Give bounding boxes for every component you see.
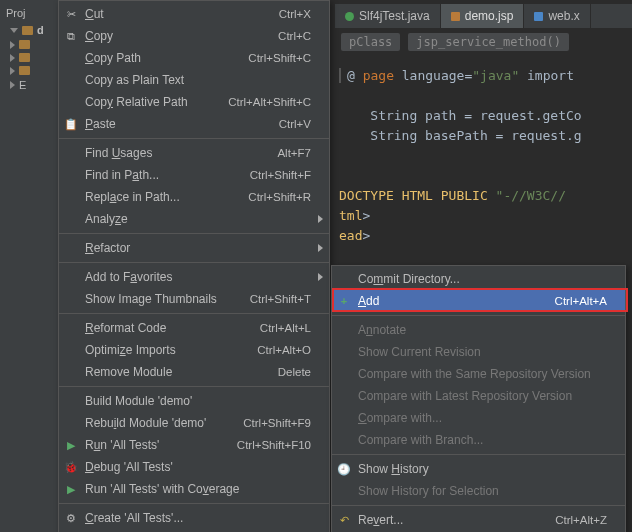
separator <box>332 505 625 506</box>
menu-build-module[interactable]: Build Module 'demo' <box>59 390 329 412</box>
shortcut: Ctrl+V <box>251 118 311 130</box>
menu-find-usages[interactable]: Find UsagesAlt+F7 <box>59 142 329 164</box>
copy-icon: ⧉ <box>64 29 78 43</box>
tree-node[interactable] <box>2 64 57 77</box>
config-icon: ⚙ <box>64 511 78 525</box>
editor-tab[interactable]: web.x <box>524 4 590 28</box>
menu-label: Remove Module <box>85 365 172 379</box>
menu-label: Compare with Branch... <box>358 433 483 447</box>
code-editor[interactable]: @ page language="java" import String pat… <box>335 60 632 252</box>
tree-ext-libs[interactable]: E <box>2 77 57 93</box>
menu-revert[interactable]: ↶Revert...Ctrl+Alt+Z <box>332 509 625 531</box>
menu-label: Compare with the Same Repository Version <box>358 367 591 381</box>
separator <box>59 386 329 387</box>
menu-label: Build Module 'demo' <box>85 394 192 408</box>
project-panel-title: Proj <box>2 4 57 22</box>
menu-show-thumbnails[interactable]: Show Image ThumbnailsCtrl+Shift+T <box>59 288 329 310</box>
submenu-arrow-icon <box>318 273 323 281</box>
folder-icon <box>19 40 30 49</box>
menu-optimize-imports[interactable]: Optimize ImportsCtrl+Alt+O <box>59 339 329 361</box>
project-panel: Proj d E <box>0 0 60 532</box>
chevron-down-icon <box>10 28 18 33</box>
separator <box>59 313 329 314</box>
menu-compare-latest: Compare with Latest Repository Version <box>332 385 625 407</box>
menu-commit-dir[interactable]: Commit Directory... <box>332 268 625 290</box>
menu-debug-tests[interactable]: 🐞Debug 'All Tests' <box>59 456 329 478</box>
shortcut: Ctrl+Alt+Z <box>527 514 607 526</box>
chevron-right-icon <box>10 54 15 62</box>
history-icon: 🕘 <box>337 462 351 476</box>
debug-icon: 🐞 <box>64 460 78 474</box>
tab-label: web.x <box>548 9 579 23</box>
shortcut: Ctrl+Shift+F <box>222 169 311 181</box>
paste-icon: 📋 <box>64 117 78 131</box>
breadcrumb-bar: pClass jsp_service_method() <box>335 30 632 54</box>
menu-compare-branch: Compare with Branch... <box>332 429 625 451</box>
menu-label: Show History for Selection <box>358 484 499 498</box>
coverage-icon: ▶ <box>64 482 78 496</box>
menu-compare-same: Compare with the Same Repository Version <box>332 363 625 385</box>
separator <box>332 315 625 316</box>
separator <box>59 233 329 234</box>
menu-compare: Compare with... <box>332 407 625 429</box>
menu-remove-module[interactable]: Remove ModuleDelete <box>59 361 329 383</box>
menu-run-coverage[interactable]: ▶Run 'All Tests' with Coverage <box>59 478 329 500</box>
breadcrumb-chip[interactable]: pClass <box>341 33 400 51</box>
menu-add-favorites[interactable]: Add to Favorites <box>59 266 329 288</box>
chevron-right-icon <box>10 67 15 75</box>
chevron-right-icon <box>10 41 15 49</box>
menu-show-history-selection: Show History for Selection <box>332 480 625 502</box>
separator <box>332 454 625 455</box>
shortcut: Ctrl+Shift+F10 <box>209 439 311 451</box>
run-icon: ▶ <box>64 438 78 452</box>
cut-icon: ✂ <box>64 7 78 21</box>
shortcut: Ctrl+Shift+C <box>220 52 311 64</box>
shortcut: Ctrl+Alt+O <box>229 344 311 356</box>
menu-label: Compare with Latest Repository Version <box>358 389 572 403</box>
project-root-label: d <box>37 24 44 36</box>
context-menu: ✂CutCtrl+X ⧉CopyCtrl+C Copy PathCtrl+Shi… <box>58 0 330 532</box>
revert-icon: ↶ <box>337 513 351 527</box>
submenu-arrow-icon <box>318 215 323 223</box>
menu-label: Copy as Plain Text <box>85 73 184 87</box>
menu-annotate: Annotate <box>332 319 625 341</box>
tree-node[interactable] <box>2 51 57 64</box>
menu-copy-relative[interactable]: Copy Relative PathCtrl+Alt+Shift+C <box>59 91 329 113</box>
menu-git-add[interactable]: +AddCtrl+Alt+A <box>332 290 625 312</box>
menu-paste[interactable]: 📋PasteCtrl+V <box>59 113 329 135</box>
menu-label: Show Current Revision <box>358 345 481 359</box>
editor-tab[interactable]: Slf4jTest.java <box>335 4 441 28</box>
editor-tabstrip: Slf4jTest.java demo.jsp web.x <box>335 4 632 28</box>
menu-analyze[interactable]: Analyze <box>59 208 329 230</box>
tab-label: Slf4jTest.java <box>359 9 430 23</box>
separator <box>59 262 329 263</box>
folder-icon <box>19 66 30 75</box>
java-file-icon <box>345 12 354 21</box>
separator <box>59 503 329 504</box>
menu-cut[interactable]: ✂CutCtrl+X <box>59 3 329 25</box>
project-root[interactable]: d <box>2 22 57 38</box>
breadcrumb-chip[interactable]: jsp_service_method() <box>408 33 569 51</box>
tab-label: demo.jsp <box>465 9 514 23</box>
menu-run-tests[interactable]: ▶Run 'All Tests'Ctrl+Shift+F10 <box>59 434 329 456</box>
editor-tab-active[interactable]: demo.jsp <box>441 4 525 28</box>
menu-label: Show Image Thumbnails <box>85 292 217 306</box>
menu-copy-path[interactable]: Copy PathCtrl+Shift+C <box>59 47 329 69</box>
shortcut: Ctrl+Shift+T <box>222 293 311 305</box>
menu-show-history[interactable]: 🕘Show History <box>332 458 625 480</box>
shortcut: Ctrl+Shift+F9 <box>215 417 311 429</box>
menu-copy-plain[interactable]: Copy as Plain Text <box>59 69 329 91</box>
chevron-right-icon <box>10 81 15 89</box>
tree-node[interactable] <box>2 38 57 51</box>
plus-icon: + <box>337 294 351 308</box>
menu-replace-in-path[interactable]: Replace in Path...Ctrl+Shift+R <box>59 186 329 208</box>
menu-copy[interactable]: ⧉CopyCtrl+C <box>59 25 329 47</box>
menu-create-tests[interactable]: ⚙Create 'All Tests'... <box>59 507 329 529</box>
xml-file-icon <box>534 12 543 21</box>
menu-rebuild-module[interactable]: Rebuild Module 'demo'Ctrl+Shift+F9 <box>59 412 329 434</box>
menu-find-in-path[interactable]: Find in Path...Ctrl+Shift+F <box>59 164 329 186</box>
menu-reformat[interactable]: Reformat CodeCtrl+Alt+L <box>59 317 329 339</box>
git-submenu: Commit Directory... +AddCtrl+Alt+A Annot… <box>331 265 626 532</box>
folder-icon <box>22 26 33 35</box>
menu-refactor[interactable]: Refactor <box>59 237 329 259</box>
